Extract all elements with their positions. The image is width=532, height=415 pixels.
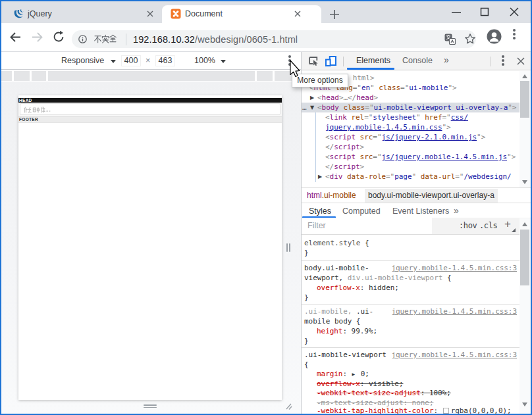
new-style-rule-button[interactable]: + [504, 218, 511, 231]
media-query-segment[interactable] [14, 71, 30, 81]
forward-icon[interactable] [30, 30, 44, 44]
tab-jquery-close-icon[interactable] [146, 10, 154, 18]
tab-styles[interactable]: Styles [309, 207, 331, 216]
styles-pane: element.style { } jquery.mobile-1.4.5.mi… [302, 235, 531, 414]
dom-line[interactable]: </script> [302, 142, 519, 152]
dom-tree-scrollbar[interactable] [519, 71, 531, 187]
style-rule-viewport-overflow[interactable]: jquery.mobile-1.4.5.min.css:3body.ui-mob… [302, 261, 531, 304]
style-rule-height[interactable]: jquery.mobile-1.4.5.min.css:3.ui-mobile,… [302, 305, 531, 347]
media-query-segment[interactable] [257, 71, 273, 81]
style-rule-element[interactable]: element.style { } [302, 235, 531, 260]
code-token: .ui- [352, 307, 373, 316]
css-line[interactable]: } [302, 248, 519, 258]
code-token: .ui-mobile [322, 191, 356, 200]
toggle-device-toolbar-icon[interactable] [325, 56, 336, 66]
viewport-resize-bottom-handle[interactable] [144, 407, 157, 408]
css-line[interactable]: jquery.mobile-1.4.5.min.css:3.ui-mobile,… [302, 306, 519, 316]
maximize-button[interactable] [475, 3, 494, 20]
bookmark-star-icon[interactable] [464, 33, 476, 45]
stylesheet-link[interactable]: jquery.mobile-1.4.5.min.css:3 [391, 306, 517, 316]
css-line[interactable]: } [302, 336, 519, 346]
dom-line[interactable]: jquery.mobile-1.4.5.min.css"> [302, 122, 519, 132]
dom-line[interactable]: </script> [302, 162, 519, 172]
styles-filter-input[interactable]: Filter [307, 221, 326, 230]
dom-line[interactable]: ▶<head>…</head> [302, 93, 519, 103]
inspect-element-icon[interactable] [309, 57, 319, 66]
scroll-down-icon[interactable] [522, 180, 527, 184]
devtools-close-icon[interactable] [516, 57, 525, 66]
code-token: } [304, 293, 309, 302]
media-query-segment[interactable] [32, 71, 46, 81]
css-line[interactable]: { [302, 360, 519, 370]
devtools-tab-console[interactable]: Console [402, 56, 433, 65]
css-declaration[interactable]: -webkit-text-size-adjust: 100%; [302, 388, 519, 398]
dom-line[interactable]: <script src="js/jquery-2.1.0.min.js"> [302, 132, 519, 142]
viewport-height-input[interactable]: 463 [155, 55, 175, 66]
reload-icon[interactable] [52, 30, 65, 43]
page-text-input[interactable] [20, 103, 280, 115]
breadcrumb-body[interactable]: body.ui-mobile-viewport.ui-overlay-a [365, 189, 498, 203]
back-icon[interactable] [9, 30, 22, 44]
viewport-width-input[interactable]: 400 [121, 55, 141, 66]
scroll-up-icon[interactable] [522, 74, 527, 78]
devtools-menu-icon[interactable] [502, 59, 504, 62]
code-token [356, 133, 360, 141]
css-line[interactable]: } [302, 293, 519, 303]
new-tab-button[interactable] [328, 8, 341, 21]
css-declaration[interactable]: margin: ▶ 0; [302, 369, 519, 379]
info-icon[interactable] [78, 35, 87, 43]
code-token: data-url [421, 172, 456, 181]
code-token: src [360, 133, 373, 141]
zoom-label: 100% [194, 56, 215, 65]
css-line[interactable]: jquery.mobile-1.4.5.min.css:3body.ui-mob… [302, 263, 519, 273]
breadcrumb-html[interactable]: html.ui-mobile [307, 188, 356, 203]
sidebar-more-tabs-icon[interactable]: » [454, 205, 459, 216]
css-declaration[interactable]: height: 99.9%; [302, 326, 519, 336]
devtools-more-tabs-icon[interactable]: » [444, 55, 449, 65]
scroll-up-icon[interactable] [522, 222, 527, 226]
scrollbar-thumb[interactable] [520, 81, 529, 118]
viewport-resize-right-handle[interactable] [286, 243, 288, 252]
css-line[interactable]: element.style { [302, 238, 519, 248]
styles-scrollbar[interactable] [519, 218, 531, 414]
css-line[interactable]: jquery.mobile-1.4.5.min.css:3.ui-mobile-… [302, 350, 519, 360]
css-line[interactable]: mobile body { [302, 316, 519, 326]
css-declaration[interactable]: overflow-x: hidden; [302, 283, 519, 293]
zoom-select[interactable]: 100% [194, 56, 226, 65]
toggle-classes[interactable]: .cls [479, 221, 497, 230]
translate-icon[interactable] [444, 34, 456, 45]
url-text[interactable]: 192.168.10.32/webdesign/0605-1.html [133, 34, 298, 45]
dom-line[interactable]: ▶<div data-role="page" data-url="/webdes… [302, 172, 519, 182]
viewport-resize-corner-handle[interactable] [282, 401, 292, 410]
toggle-hover-state[interactable]: :hov [459, 221, 477, 230]
tab-jquery[interactable]: jQuery [5, 5, 158, 23]
scroll-down-icon[interactable] [522, 403, 527, 406]
code-token: div.ui-mobile-viewport [343, 274, 442, 282]
browser-menu-icon[interactable] [513, 33, 516, 36]
new-style-rule-caret-icon [512, 228, 516, 232]
window-close-button[interactable] [504, 3, 524, 20]
tab-document-close-icon[interactable] [294, 10, 302, 18]
viewport-resize-right-handle[interactable] [289, 243, 290, 252]
style-rule-margins[interactable]: jquery.mobile-1.4.5.min.css:3.ui-mobile-… [302, 348, 531, 414]
code-token: script [330, 153, 356, 161]
dom-line-selected[interactable]: …▼<body class="ui-mobile-viewport ui-ove… [302, 103, 519, 112]
profile-avatar-icon[interactable] [487, 29, 502, 44]
devtools-tab-elements[interactable]: Elements [356, 56, 390, 65]
device-type-select[interactable]: Responsive [61, 56, 116, 65]
css-declaration[interactable]: overflow-x: visible; [302, 379, 519, 389]
stylesheet-link[interactable]: jquery.mobile-1.4.5.min.css:3 [391, 263, 517, 273]
css-line[interactable]: viewport, div.ui-mobile-viewport { [302, 273, 519, 283]
dom-line[interactable]: <link rel="stylesheet" href="css/ [302, 112, 519, 122]
tab-computed[interactable]: Computed [342, 207, 381, 216]
minimize-button[interactable] [446, 3, 466, 20]
tab-document[interactable]: Document [162, 5, 321, 23]
stylesheet-link[interactable]: jquery.mobile-1.4.5.min.css:3 [391, 350, 517, 360]
scrollbar-thumb[interactable] [520, 230, 529, 285]
media-query-segment[interactable] [48, 71, 255, 81]
dom-line[interactable]: <script src="js/jquery.mobile-1.4.5.min.… [302, 152, 519, 162]
media-query-segment[interactable] [1, 71, 12, 81]
viewport-resize-bottom-handle[interactable] [144, 404, 157, 406]
tab-event-listeners[interactable]: Event Listeners [392, 207, 449, 216]
css-declaration[interactable]: -webkit-tap-highlight-color: rgba(0,0,0,… [302, 406, 519, 414]
